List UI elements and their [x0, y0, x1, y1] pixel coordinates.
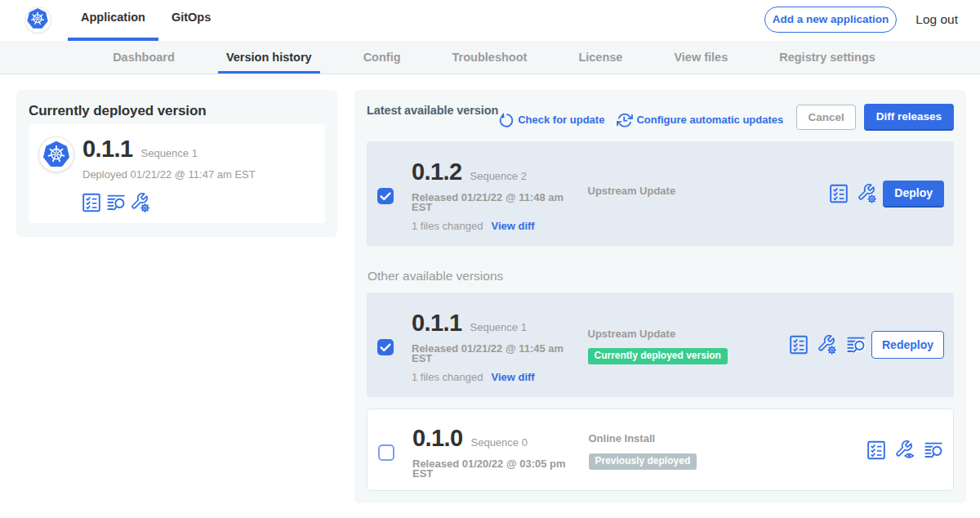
deploy-logs-icon[interactable] [106, 193, 126, 212]
files-changed-label: 1 files changed [412, 220, 483, 233]
view-diff-link[interactable]: View diff [491, 371, 534, 384]
redeploy-button[interactable]: Redeploy [871, 331, 944, 359]
topbar-right: Add a new application Log out [764, 0, 980, 38]
subtab-config[interactable]: Config [363, 41, 401, 74]
refresh-icon [498, 112, 514, 128]
subtab-license-label: License [578, 51, 622, 64]
edit-config-gear-icon[interactable] [817, 335, 837, 355]
currently-deployed-badge: Currently deployed version [588, 348, 728, 364]
version-sequence: Sequence 2 [470, 170, 527, 182]
deploy-button[interactable]: Deploy [883, 181, 944, 208]
kubernetes-logo-icon [25, 7, 50, 31]
subtab-registry-settings[interactable]: Registry settings [779, 41, 875, 74]
subtab-dashboard[interactable]: Dashboard [113, 41, 175, 74]
preflight-checklist-icon[interactable] [829, 184, 849, 203]
version-row-0.1.1: 0.1.1 Sequence 1 Released 01/21/22 @ 11:… [367, 292, 954, 397]
version-info: 0.1.2 Sequence 2 Released 01/21/22 @ 11:… [412, 160, 575, 233]
version-history-panel: Latest available version Check for updat… [354, 90, 966, 503]
preflight-checklist-icon[interactable] [82, 193, 101, 212]
latest-version-title: Latest available version [367, 104, 498, 117]
subtab-license[interactable]: License [578, 41, 622, 74]
app-logo[interactable] [24, 7, 51, 33]
source-label: Upstream Update [588, 328, 768, 341]
deployed-info: 0.1.1 Sequence 1 Deployed 01/21/22 @ 11:… [82, 137, 256, 212]
subtab-dashboard-label: Dashboard [113, 51, 175, 64]
version-info: 0.1.0 Sequence 0 Released 01/20/22 @ 03:… [412, 426, 576, 479]
diff-releases-button[interactable]: Diff releases [864, 104, 954, 131]
main-content: Currently deployed version 0.1.1 Sequenc… [0, 74, 980, 503]
version-number: 0.1.0 [412, 426, 463, 450]
tab-gitops-label: GitOps [172, 11, 211, 24]
subtab-view-files[interactable]: View files [674, 41, 728, 74]
subtab-troubleshoot[interactable]: Troubleshoot [452, 41, 528, 74]
checkmark-icon [377, 339, 394, 355]
version-number: 0.1.1 [412, 311, 462, 335]
deployed-actions [82, 193, 256, 212]
version-source: Upstream Update [588, 185, 768, 206]
currently-deployed-panel: Currently deployed version 0.1.1 Sequenc… [16, 90, 337, 237]
version-source: Upstream Update Currently deployed versi… [588, 328, 768, 365]
configure-automatic-updates-label: Configure automatic updates [636, 112, 783, 128]
app-subnav: Dashboard Version history Config Trouble… [0, 41, 980, 74]
deployed-version-number: 0.1.1 [82, 137, 133, 161]
tab-gitops[interactable]: GitOps [158, 0, 224, 41]
currently-deployed-title: Currently deployed version [29, 103, 325, 118]
version-checkbox-0.1.0[interactable] [378, 444, 394, 461]
deploy-logs-icon[interactable] [924, 440, 943, 460]
app-icon-badge [38, 136, 74, 172]
other-versions-title: Other available versions [368, 269, 954, 284]
subtab-version-history-label: Version history [226, 51, 312, 64]
configure-automatic-updates-link[interactable]: Configure automatic updates [617, 112, 783, 128]
subtab-troubleshoot-label: Troubleshoot [452, 51, 528, 64]
preflight-checklist-icon[interactable] [789, 335, 808, 355]
view-config-eye-icon[interactable] [895, 440, 915, 460]
tab-application[interactable]: Application [68, 0, 158, 41]
checkmark-icon [377, 188, 394, 204]
kubernetes-logo-icon [41, 139, 72, 170]
previously-deployed-badge: Previously deployed [589, 453, 697, 470]
version-info: 0.1.1 Sequence 1 Released 01/21/22 @ 11:… [412, 311, 575, 384]
deployed-timestamp: Deployed 01/21/22 @ 11:47 am EST [82, 168, 256, 181]
subtab-registry-settings-label: Registry settings [779, 51, 875, 64]
top-navbar: Application GitOps Add a new application… [0, 0, 980, 41]
version-sequence: Sequence 0 [471, 436, 528, 449]
source-label: Online Install [589, 432, 768, 445]
cancel-button[interactable]: Cancel [796, 105, 855, 130]
version-row-0.1.2: 0.1.2 Sequence 2 Released 01/21/22 @ 11:… [367, 141, 954, 246]
version-number: 0.1.2 [412, 160, 462, 184]
edit-config-gear-icon[interactable] [858, 184, 877, 203]
check-for-update-link[interactable]: Check for update [498, 112, 604, 128]
add-new-application-button[interactable]: Add a new application [764, 7, 898, 33]
view-diff-link[interactable]: View diff [491, 220, 534, 233]
auto-update-clock-icon [617, 112, 633, 128]
subtab-view-files-label: View files [674, 51, 728, 64]
check-for-update-label: Check for update [518, 112, 604, 128]
view-config-gear-icon[interactable] [131, 193, 150, 212]
version-actions: Redeploy [789, 331, 944, 359]
version-checkbox-0.1.2[interactable] [377, 188, 394, 204]
version-row-0.1.0: 0.1.0 Sequence 0 Released 01/20/22 @ 03:… [367, 409, 954, 491]
source-label: Upstream Update [588, 185, 768, 198]
released-timestamp: Released 01/20/22 @ 03:05 pm EST [412, 459, 576, 479]
version-checkbox-0.1.1[interactable] [377, 339, 394, 355]
version-actions [866, 440, 943, 460]
deploy-logs-icon[interactable] [846, 335, 866, 355]
files-changed-label: 1 files changed [412, 371, 483, 384]
currently-deployed-card: 0.1.1 Sequence 1 Deployed 01/21/22 @ 11:… [29, 124, 325, 223]
deployed-sequence: Sequence 1 [141, 147, 198, 159]
version-sequence: Sequence 1 [470, 321, 527, 333]
version-actions: Deploy [829, 181, 944, 208]
preflight-checklist-icon[interactable] [866, 440, 886, 460]
released-timestamp: Released 01/21/22 @ 11:48 am EST [412, 193, 575, 212]
latest-version-header: Latest available version Check for updat… [367, 102, 954, 129]
subtab-version-history[interactable]: Version history [226, 41, 312, 74]
logout-link[interactable]: Log out [915, 12, 958, 27]
subtab-config-label: Config [363, 51, 401, 64]
header-actions: Cancel Diff releases [796, 104, 954, 131]
tab-application-label: Application [81, 11, 145, 24]
top-tabs: Application GitOps [68, 0, 224, 41]
released-timestamp: Released 01/21/22 @ 11:45 am EST [412, 344, 575, 364]
version-source: Online Install Previously deployed [589, 432, 768, 470]
